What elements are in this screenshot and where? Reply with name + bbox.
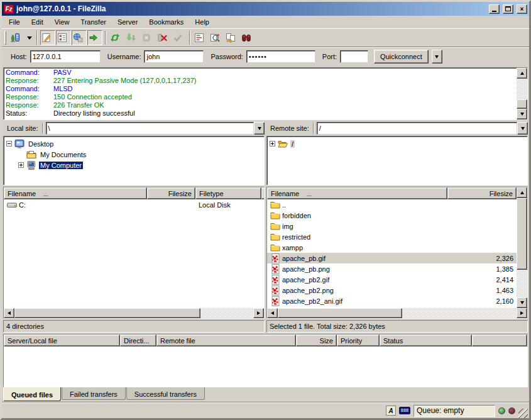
password-input[interactable] [246, 50, 315, 63]
queue-body[interactable] [4, 346, 527, 387]
tree-item-desktop[interactable]: Desktop [6, 138, 264, 149]
tree-item-label[interactable]: My Computer [39, 162, 83, 169]
disconnect-button[interactable] [156, 30, 171, 45]
scroll-down-button[interactable] [517, 297, 527, 308]
tree-item-my-documents[interactable]: My Documents [6, 149, 264, 160]
queue-column-server-local-file[interactable]: Server/Local file [4, 334, 120, 346]
scroll-right-button[interactable] [517, 308, 527, 318]
resize-grip[interactable] [518, 409, 528, 418]
column-header-filetype[interactable]: Filetype [195, 187, 261, 199]
scroll-track[interactable] [278, 308, 517, 318]
toggle-message-log-button[interactable] [40, 30, 55, 45]
site-manager-dropdown-button[interactable] [25, 30, 34, 45]
scroll-down-button[interactable] [517, 109, 527, 119]
file-row-apache-pb.png[interactable]: apache_pb.png1,385 [267, 263, 517, 274]
close-button[interactable]: × [517, 4, 527, 14]
column-header-l[interactable]: L [261, 187, 264, 199]
file-row-forbidden[interactable]: forbidden [267, 210, 517, 221]
menu-edit[interactable]: Edit [26, 17, 49, 28]
tab-successful-transfers[interactable]: Successful transfers [126, 387, 205, 400]
menu-bookmarks[interactable]: Bookmarks [143, 17, 189, 28]
port-input[interactable] [340, 50, 368, 63]
menu-server[interactable]: Server [112, 17, 143, 28]
file-row-apache-pb.gif[interactable]: apache_pb.gif2,326 [267, 253, 517, 263]
maximize-button[interactable] [503, 4, 513, 14]
remote-site-dropdown-button[interactable] [517, 122, 528, 135]
process-queue-button[interactable] [124, 30, 140, 45]
menu-transfer[interactable]: Transfer [75, 17, 112, 28]
toggle-queue-button[interactable] [87, 30, 102, 45]
queue-column-size[interactable]: Size [296, 334, 337, 346]
message-log-vscrollbar[interactable] [517, 68, 527, 119]
remote-site-combobox[interactable]: / [317, 122, 528, 135]
tab-queued-files[interactable]: Queued files [3, 387, 61, 401]
file-row-..[interactable]: .. [267, 199, 517, 210]
queue-column-status[interactable]: Status [380, 334, 472, 346]
queue-column-remote-file[interactable]: Remote file [156, 334, 296, 346]
column-header-filesize[interactable]: Filesize [147, 187, 195, 199]
expand-icon[interactable] [270, 141, 275, 146]
reconnect-button[interactable] [172, 30, 187, 45]
column-header-filename[interactable]: Filename [4, 187, 147, 199]
queue-column-blank[interactable] [472, 334, 527, 346]
scroll-track[interactable] [517, 79, 527, 109]
scroll-track[interactable] [517, 198, 527, 297]
scroll-up-button[interactable] [517, 68, 527, 79]
tree-item-label[interactable]: / [290, 140, 295, 148]
column-header-filename[interactable]: Filename [267, 187, 447, 199]
remote-vscrollbar[interactable] [517, 187, 527, 308]
file-row-c-[interactable]: C:Local Disk [4, 199, 264, 210]
refresh-button[interactable] [109, 30, 124, 45]
file-row-apache-pb2-ani.gif[interactable]: apache_pb2_ani.gif2,160 [267, 296, 517, 306]
expand-icon[interactable] [18, 162, 24, 168]
remote-hscrollbar[interactable] [267, 308, 527, 318]
scroll-track[interactable] [14, 308, 253, 318]
tree-item-my-computer[interactable]: My Computer [6, 160, 264, 170]
site-manager-button[interactable] [9, 30, 24, 45]
column-header-filesize[interactable]: Filesize [447, 187, 517, 199]
synchronized-browsing-button[interactable] [224, 30, 239, 45]
remote-site-value[interactable]: / [317, 122, 517, 135]
queue-column-directi-[interactable]: Directi... [120, 334, 156, 346]
menu-help[interactable]: Help [189, 17, 215, 28]
file-row-apache-pb2.gif[interactable]: apache_pb2.gif2,414 [267, 274, 517, 285]
quickconnect-button[interactable]: Quickconnect [374, 50, 429, 64]
host-input[interactable] [30, 50, 101, 63]
file-row-restricted[interactable]: restricted [267, 231, 517, 242]
menu-file[interactable]: File [3, 17, 26, 28]
tree-item--[interactable]: / [270, 138, 527, 149]
toggle-remote-tree-button[interactable] [72, 30, 87, 45]
file-row-apache-pb2.png[interactable]: apache_pb2.png1,463 [267, 285, 517, 296]
tree-item-label[interactable]: My Documents [39, 151, 87, 158]
toggle-local-tree-button[interactable] [56, 30, 71, 45]
tree-item-label[interactable]: Desktop [27, 140, 55, 148]
file-row-xampp[interactable]: xampp [267, 242, 517, 253]
toggle-message-log-icon [41, 33, 52, 43]
directory-listing-filter-button[interactable] [193, 30, 208, 45]
queue-column-priority[interactable]: Priority [337, 334, 380, 346]
username-input[interactable] [144, 50, 204, 63]
find-files-button[interactable] [240, 30, 255, 45]
quickconnect-dropdown-button[interactable] [432, 50, 442, 64]
scroll-left-button[interactable] [4, 308, 14, 318]
local-site-value[interactable]: \ [46, 122, 254, 135]
tab-failed-transfers[interactable]: Failed transfers [62, 387, 126, 400]
collapse-icon[interactable] [6, 141, 12, 146]
minimize-button[interactable] [489, 4, 500, 14]
local-site-dropdown-button[interactable] [254, 122, 265, 135]
cancel-operation-button[interactable] [140, 30, 155, 45]
scroll-right-button[interactable] [253, 308, 264, 318]
menu-view[interactable]: View [49, 17, 75, 28]
local-site-combobox[interactable]: \ [46, 122, 265, 135]
scroll-thumb[interactable] [517, 99, 527, 109]
scroll-left-button[interactable] [267, 308, 278, 318]
local-hscrollbar[interactable] [4, 308, 264, 318]
file-row-img[interactable]: img [267, 221, 517, 231]
directory-comparison-button[interactable] [209, 30, 224, 45]
titlebar[interactable]: Fz john@127.0.0.1 - FileZilla × [2, 2, 529, 16]
scroll-thumb[interactable] [517, 198, 527, 270]
scroll-up-button[interactable] [517, 187, 527, 198]
scroll-thumb[interactable] [278, 308, 402, 318]
scroll-thumb[interactable] [14, 308, 200, 318]
toolbar-grip[interactable] [4, 31, 6, 45]
